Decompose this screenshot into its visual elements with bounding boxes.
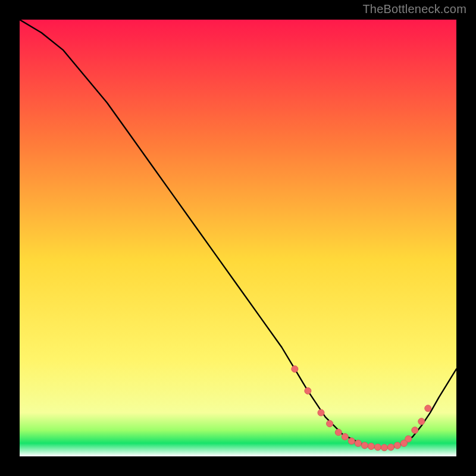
chart-svg: [20, 20, 456, 456]
valley-marker: [412, 427, 418, 434]
gradient-background: [20, 20, 456, 456]
valley-marker: [418, 418, 425, 425]
valley-marker: [355, 440, 361, 447]
valley-marker: [292, 366, 298, 372]
valley-marker: [381, 444, 387, 451]
valley-marker: [348, 438, 355, 444]
watermark-label: TheBottleneck.com: [362, 2, 466, 16]
valley-marker: [387, 444, 394, 450]
chart-stage: TheBottleneck.com: [0, 0, 476, 476]
plot-area: [20, 20, 456, 456]
valley-marker: [361, 442, 368, 449]
valley-marker: [368, 443, 374, 450]
valley-marker: [342, 434, 348, 440]
valley-marker: [305, 387, 311, 394]
valley-marker: [335, 429, 342, 436]
valley-marker: [405, 436, 412, 442]
valley-marker: [425, 405, 431, 412]
valley-marker: [318, 409, 324, 416]
valley-marker: [374, 444, 381, 450]
valley-marker: [327, 421, 333, 427]
valley-marker: [394, 442, 400, 449]
